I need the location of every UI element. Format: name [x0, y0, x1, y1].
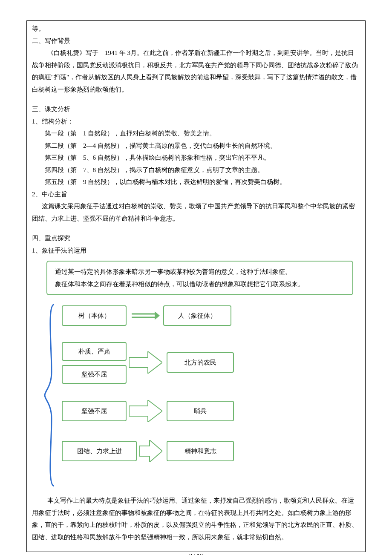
hollow-arrow-icon	[129, 400, 162, 422]
continuation-text: 等。	[32, 23, 360, 35]
page-sep: /	[194, 552, 196, 555]
page: 等。 二、写作背景 《白杨礼赞》写于 1941 年 3月。在此之前，作者茅盾在新…	[0, 0, 392, 555]
node-person-symbol: 人（象征体）	[163, 305, 231, 326]
node-farmers: 北方的农民	[167, 352, 234, 373]
callout-line: 象征体和本体之间存在着某种相似的特点，可以借助读者的想象和联想把它们联系起来。	[55, 278, 345, 290]
structure-line: 第三段（第 5、6 自然段），具体描绘白杨树的形象和性格，突出它的不平凡。	[45, 152, 360, 164]
section-2-body: 《白杨礼赞》写于 1941 年 3月。在此之前，作者茅盾在新疆工作一个时期之后，…	[32, 47, 360, 95]
section-2-heading: 二、写作背景	[32, 35, 360, 47]
structure-line: 第四段（第 7、8 自然段），揭示了白杨树的象征意义，点明了文章的主题。	[45, 164, 360, 176]
structure-heading: 1、结构分析：	[32, 115, 360, 128]
svg-marker-3	[129, 351, 162, 374]
svg-marker-2	[155, 311, 160, 320]
brace-icon	[44, 304, 55, 487]
theme-heading: 2、中心主旨	[32, 188, 360, 201]
content-frame: 等。 二、写作背景 《白杨礼赞》写于 1941 年 3月。在此之前，作者茅盾在新…	[26, 20, 366, 552]
node-trait-unity: 团结、力求上进	[62, 441, 137, 461]
callout-line: 通过某一特定的具体形象来暗示另一事物或某种较为普遍的意义，这种手法叫象征。	[55, 266, 345, 278]
symbolism-diagram: 树（本体） 人（象征体） 朴质、严肃 坚强不屈 北方的农民 坚强不屈 哨兵 团结…	[44, 304, 360, 487]
node-sentry: 哨兵	[167, 401, 234, 421]
symbolism-heading: 1、象征手法的运用	[32, 244, 360, 257]
node-trait-unyield2: 坚强不屈	[62, 401, 127, 421]
callout-box: 通过某一特定的具体形象来暗示另一事物或某种较为普遍的意义，这种手法叫象征。 象征…	[46, 261, 353, 295]
structure-line: 第五段（第 9 自然段），以白杨树与楠木对比，表达鲜明的爱憎，再次赞美白杨树。	[45, 176, 360, 188]
svg-marker-5	[139, 440, 162, 462]
svg-marker-4	[129, 400, 162, 422]
section-4-body: 本文写作上的最大特点是象征手法的巧妙运用。通过象征，来抒发自己强烈的感情，歌颂党…	[32, 495, 360, 543]
page-footer: 2 / 12	[0, 551, 392, 555]
section-3-heading: 三、课文分析	[32, 103, 360, 115]
node-spirit: 精神和意志	[167, 441, 234, 461]
node-trait-unyield: 坚强不屈	[62, 365, 127, 384]
section-4-heading: 四、重点探究	[32, 232, 360, 244]
theme-body: 这篇课文采用象征手法通过对白杨树的崇敬、赞美，歌颂了中国共产党领导下的抗日军民和…	[32, 200, 360, 224]
node-trait-plain: 朴质、严肃	[62, 342, 127, 361]
node-tree-body: 树（本体）	[62, 305, 127, 326]
hollow-arrow-icon	[139, 440, 162, 462]
structure-list: 第一段（第 1 自然段），直抒对白杨树的崇敬、赞美之情。 第二段（第 2—4 自…	[32, 127, 360, 188]
structure-line: 第二段（第 2—4 自然段），描写黄土高原的景色，交代白杨树生长的自然环境。	[45, 140, 360, 152]
hollow-arrow-icon	[129, 351, 162, 374]
double-arrow-icon	[130, 311, 160, 321]
page-number: 2	[189, 552, 192, 555]
page-total: 12	[197, 552, 203, 555]
structure-line: 第一段（第 1 自然段），直抒对白杨树的崇敬、赞美之情。	[45, 127, 360, 140]
